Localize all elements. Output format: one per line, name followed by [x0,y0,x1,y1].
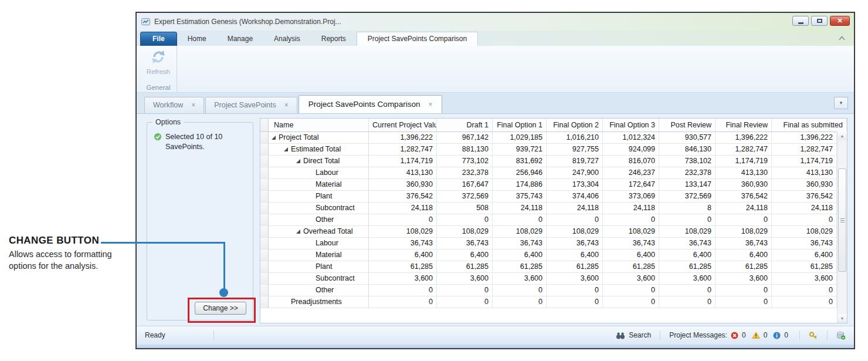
column-header[interactable]: Final as submitted [772,119,847,131]
value-cell[interactable]: 36,743 [772,238,837,249]
value-cell[interactable]: 376,542 [716,191,772,203]
ribbon-tab-reports[interactable]: Reports [311,32,357,46]
value-cell[interactable]: 846,130 [659,144,716,156]
value-cell[interactable]: 232,378 [437,167,493,179]
value-cell[interactable]: 360,930 [772,179,837,191]
column-header[interactable]: Final Review [716,119,772,131]
row-header-cell[interactable] [260,261,269,273]
value-cell[interactable]: 108,029 [493,226,547,238]
value-cell[interactable]: 816,070 [603,156,659,167]
grid-row[interactable]: Other00000000 [260,214,837,226]
row-header-cell[interactable] [260,203,269,214]
value-cell[interactable]: 108,029 [603,226,659,238]
value-cell[interactable]: 413,130 [369,167,437,179]
value-cell[interactable]: 738,102 [659,156,716,167]
vertical-scrollbar[interactable]: ▲ ▼ [837,131,847,323]
value-cell[interactable]: 3,600 [493,273,547,285]
value-cell[interactable]: 6,400 [772,249,837,261]
tab-close-icon[interactable]: × [284,101,289,109]
expand-toggle-icon[interactable] [271,135,276,140]
grid-row[interactable]: Project Total1,396,222967,1421,029,1851,… [260,132,837,144]
value-cell[interactable]: 24,118 [493,203,547,214]
value-cell[interactable]: 1,029,185 [493,132,547,144]
value-cell[interactable]: 1,012,324 [603,132,659,144]
value-cell[interactable]: 6,400 [547,249,603,261]
tab-close-icon[interactable]: × [191,101,195,109]
value-cell[interactable]: 3,600 [437,273,493,285]
value-cell[interactable]: 172,647 [603,179,659,191]
value-cell[interactable]: 3,600 [716,273,772,285]
value-cell[interactable]: 173,304 [547,179,603,191]
value-cell[interactable]: 1,016,210 [547,132,603,144]
value-cell[interactable]: 8 [659,203,716,214]
key-icon[interactable] [809,331,818,339]
value-cell[interactable]: 0 [369,296,437,308]
value-cell[interactable]: 939,721 [493,144,547,156]
value-cell[interactable]: 3,600 [772,273,837,285]
value-cell[interactable]: 108,029 [437,226,493,238]
column-header[interactable]: Final Option 1 [493,119,547,131]
value-cell[interactable]: 1,396,222 [716,132,772,144]
value-cell[interactable]: 376,542 [369,191,437,203]
expand-toggle-icon[interactable] [296,229,301,234]
column-header[interactable]: Name [269,119,369,131]
value-cell[interactable]: 36,743 [659,238,716,249]
value-cell[interactable]: 6,400 [716,249,772,261]
grid-row[interactable]: Material360,930167,647174,886173,304172,… [260,179,837,191]
value-cell[interactable]: 413,130 [716,167,772,179]
value-cell[interactable]: 413,130 [772,167,837,179]
value-cell[interactable]: 61,285 [493,261,547,273]
value-cell[interactable]: 0 [369,214,437,226]
value-cell[interactable]: 1,396,222 [772,132,837,144]
value-cell[interactable]: 0 [437,296,493,308]
grid-row[interactable]: Estimated Total1,282,747881,130939,72192… [260,144,837,156]
value-cell[interactable]: 61,285 [603,261,659,273]
value-cell[interactable]: 3,600 [369,273,437,285]
value-cell[interactable]: 61,285 [437,261,493,273]
value-cell[interactable]: 0 [603,214,659,226]
value-cell[interactable]: 6,400 [369,249,437,261]
maximize-button[interactable] [811,16,828,26]
ribbon-tab-manage[interactable]: Manage [217,32,263,46]
value-cell[interactable]: 360,930 [369,179,437,191]
column-header[interactable]: Final Option 2 [547,119,603,131]
value-cell[interactable]: 0 [772,296,837,308]
value-cell[interactable]: 0 [772,285,837,296]
value-cell[interactable]: 0 [603,285,659,296]
ribbon-tab-file[interactable]: File [140,32,177,46]
value-cell[interactable]: 3,600 [659,273,716,285]
database-status-icon[interactable] [836,331,846,340]
ribbon-tab-project-savepoints-comparison[interactable]: Project SavePoints Comparison [357,32,478,46]
row-header-cell[interactable] [260,132,269,144]
value-cell[interactable]: 61,285 [659,261,716,273]
row-header-cell[interactable] [260,296,269,308]
row-header-cell[interactable] [260,273,269,285]
value-cell[interactable]: 1,282,747 [716,144,772,156]
grid-row[interactable]: Direct Total1,174,719773,102831,692819,7… [260,156,837,167]
value-cell[interactable]: 0 [493,214,547,226]
value-cell[interactable]: 24,118 [369,203,437,214]
value-cell[interactable]: 36,743 [437,238,493,249]
value-cell[interactable]: 1,174,719 [716,156,772,167]
value-cell[interactable]: 24,118 [772,203,837,214]
value-cell[interactable]: 0 [547,296,603,308]
ribbon-tab-analysis[interactable]: Analysis [263,32,311,46]
value-cell[interactable]: 0 [716,296,772,308]
value-cell[interactable]: 24,118 [603,203,659,214]
value-cell[interactable]: 0 [659,296,716,308]
column-header[interactable]: Current Project Values [369,119,437,131]
value-cell[interactable]: 819,727 [547,156,603,167]
value-cell[interactable]: 61,285 [716,261,772,273]
row-header-cell[interactable] [260,238,269,249]
scroll-down-button[interactable]: ▼ [838,314,847,323]
column-header[interactable]: Final Option 3 [603,119,659,131]
value-cell[interactable]: 0 [716,285,772,296]
value-cell[interactable]: 24,118 [716,203,772,214]
value-cell[interactable]: 61,285 [369,261,437,273]
value-cell[interactable]: 831,692 [493,156,547,167]
scroll-up-button[interactable]: ▲ [838,131,847,140]
value-cell[interactable]: 36,743 [603,238,659,249]
value-cell[interactable]: 6,400 [659,249,716,261]
grid-row[interactable]: Subcontract24,11850824,11824,11824,11882… [260,203,837,214]
value-cell[interactable]: 133,147 [659,179,716,191]
